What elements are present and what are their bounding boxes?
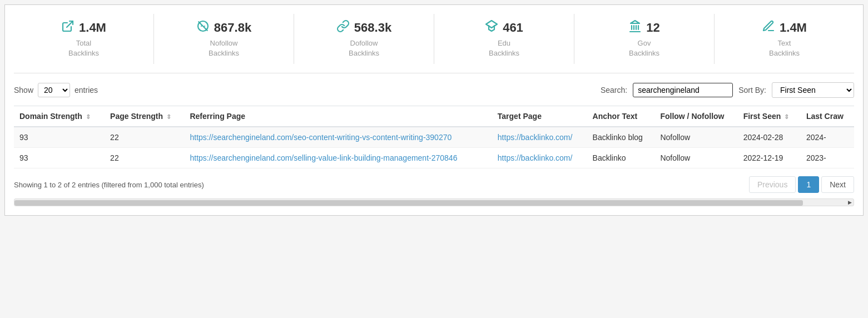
stat-total-backlinks: 1.4M TotalBacklinks [14,14,154,64]
stats-row: 1.4M TotalBacklinks 867.8k NofollowBackl… [14,14,854,73]
td-anchor_text-1: Backlinko [587,148,655,168]
table-header: Domain Strength ⇕Page Strength ⇕Referrin… [14,106,854,127]
stat-value-nofollow-backlinks: 867.8k [214,21,251,35]
td-domain_strength-0: 93 [14,127,105,148]
stat-edu-backlinks: 461 EduBacklinks [434,14,574,64]
stat-label-total-backlinks: TotalBacklinks [23,38,145,58]
next-button[interactable]: Next [821,176,854,193]
td-referring_page-1: https://searchengineland.com/selling-val… [184,148,492,168]
stat-value-edu-backlinks: 461 [503,21,523,35]
stat-value-text-backlinks: 1.4M [780,21,807,35]
sort-arrow-first_seen: ⇕ [784,113,789,120]
td-page_strength-1: 22 [105,148,184,168]
th-target_page: Target Page [492,106,587,127]
td-domain_strength-1: 93 [14,148,105,168]
stat-dofollow-backlinks: 568.3k DofollowBacklinks [294,14,434,64]
link-target_page-1[interactable]: https://backlinko.com/ [498,153,573,162]
page-1-button[interactable]: 1 [798,176,819,193]
td-first_seen-1: 2022-12-19 [738,148,801,168]
svg-marker-11 [631,21,639,23]
stat-text-backlinks: 1.4M TextBacklinks [715,14,854,64]
td-referring_page-0: https://searchengineland.com/seo-content… [184,127,492,148]
td-last_crawl-1: 2023- [801,148,854,168]
stat-nofollow-backlinks: 867.8k NofollowBacklinks [154,14,294,64]
th-referring_page: Referring Page [184,106,492,127]
controls-row: Show 102050100 entries Search: Sort By: … [14,82,854,98]
table-body: 9322https://searchengineland.com/seo-con… [14,127,854,168]
table-wrapper: Domain Strength ⇕Page Strength ⇕Referrin… [14,106,854,168]
th-first_seen[interactable]: First Seen ⇕ [738,106,801,127]
gov-icon-svg [628,19,642,36]
td-first_seen-0: 2024-02-28 [738,127,801,148]
external-link-icon: 1.4M [23,19,145,36]
stat-label-edu-backlinks: EduBacklinks [443,38,565,58]
table-row: 9322https://searchengineland.com/seo-con… [14,127,854,148]
nofollow-icon-svg [196,19,210,36]
svg-line-0 [67,21,73,27]
table-header-row: Domain Strength ⇕Page Strength ⇕Referrin… [14,106,854,127]
text-icon-svg [762,19,775,36]
horizontal-scrollbar[interactable]: ◀ ▶ [14,198,854,206]
link-target_page-0[interactable]: https://backlinko.com/ [498,133,573,142]
stat-value-gov-backlinks: 12 [646,21,659,35]
link-referring_page-0[interactable]: https://searchengineland.com/seo-content… [190,133,452,142]
show-label: Show [14,86,33,95]
pagination-row: Showing 1 to 2 of 2 entries (filtered fr… [14,176,854,193]
scrollbar-thumb[interactable] [14,200,803,206]
text-icon: 1.4M [723,19,845,36]
th-anchor_text: Anchor Text [587,106,655,127]
stat-value-total-backlinks: 1.4M [79,21,106,35]
sort-arrow-page_strength: ⇕ [166,113,171,120]
sort-label: Sort By: [738,86,766,95]
pagination-controls: Previous 1 Next [749,176,854,193]
dofollow-icon: 568.3k [303,19,425,36]
scrollbar-right-arrow[interactable]: ▶ [846,199,854,206]
previous-button[interactable]: Previous [749,176,796,193]
entries-label: entries [75,86,98,95]
td-anchor_text-0: Backlinko blog [587,127,655,148]
td-target_page-1: https://backlinko.com/ [492,148,587,168]
edu-icon-svg [485,19,498,36]
edu-icon: 461 [443,19,565,36]
sort-arrow-domain_strength: ⇕ [86,113,91,120]
stat-value-dofollow-backlinks: 568.3k [354,21,391,35]
th-domain_strength[interactable]: Domain Strength ⇕ [14,106,105,127]
svg-marker-5 [486,21,497,28]
td-last_crawl-0: 2024- [801,127,854,148]
th-last_crawl: Last Craw [801,106,854,127]
svg-line-2 [199,22,207,31]
pagination-info: Showing 1 to 2 of 2 entries (filtered fr… [14,181,204,189]
td-follow_nofollow-1: Nofollow [654,148,737,168]
td-page_strength-0: 22 [105,127,184,148]
nofollow-icon: 867.8k [163,19,285,36]
link-referring_page-1[interactable]: https://searchengineland.com/selling-val… [190,153,457,162]
table-row: 9322https://searchengineland.com/selling… [14,148,854,168]
dofollow-icon-svg [336,19,350,36]
stat-label-nofollow-backlinks: NofollowBacklinks [163,38,285,58]
td-target_page-0: https://backlinko.com/ [492,127,587,148]
backlinks-table: Domain Strength ⇕Page Strength ⇕Referrin… [14,106,854,168]
stat-gov-backlinks: 12 GovBacklinks [574,14,715,64]
search-input[interactable] [633,83,733,97]
search-label: Search: [601,86,627,95]
stat-label-gov-backlinks: GovBacklinks [583,38,705,58]
external-link-icon-svg [61,19,75,36]
th-follow_nofollow: Follow / Nofollow [654,106,737,127]
td-follow_nofollow-0: Nofollow [654,127,737,148]
entries-select[interactable]: 102050100 [38,83,70,97]
gov-icon: 12 [583,19,705,36]
stat-label-text-backlinks: TextBacklinks [723,38,845,58]
sort-select[interactable]: First SeenLast CrawlDomain StrengthPage … [772,82,854,98]
stat-label-dofollow-backlinks: DofollowBacklinks [303,38,425,58]
th-page_strength[interactable]: Page Strength ⇕ [105,106,184,127]
